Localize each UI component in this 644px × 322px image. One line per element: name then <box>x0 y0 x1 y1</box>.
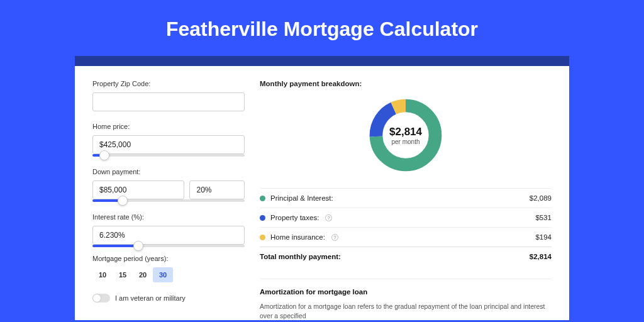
mortgage-period-group: 10 15 20 30 <box>92 267 245 282</box>
veteran-toggle-label: I am veteran or military <box>115 294 186 302</box>
breakdown-value: $194 <box>535 233 552 241</box>
home-price-label: Home price: <box>92 123 245 130</box>
payment-donut-chart: $2,814 per month <box>367 96 445 174</box>
breakdown-label: Property taxes: <box>270 214 319 221</box>
breakdown-label: Home insurance: <box>270 233 325 241</box>
slider-thumb-icon[interactable] <box>133 241 143 251</box>
info-icon[interactable]: ? <box>331 234 338 241</box>
period-option-20[interactable]: 20 <box>133 267 153 282</box>
down-payment-slider[interactable] <box>92 199 245 202</box>
mortgage-period-label: Mortgage period (years): <box>92 255 245 262</box>
period-option-30[interactable]: 30 <box>153 267 173 282</box>
toggle-knob-icon <box>93 294 101 302</box>
amortization-section: Amortization for mortgage loan Amortizat… <box>260 279 552 320</box>
period-option-10[interactable]: 10 <box>92 267 113 282</box>
info-icon[interactable]: ? <box>325 214 332 221</box>
zip-label: Property Zip Code: <box>92 80 245 87</box>
breakdown-row-total: Total monthly payment: $2,814 <box>260 247 552 266</box>
breakdown-row-taxes: Property taxes: ? $531 <box>260 208 552 227</box>
legend-dot-icon <box>260 235 265 240</box>
interest-rate-slider[interactable] <box>92 245 245 247</box>
interest-rate-input[interactable] <box>92 226 245 245</box>
home-price-input[interactable] <box>92 135 245 154</box>
slider-thumb-icon[interactable] <box>118 196 128 206</box>
home-price-slider[interactable] <box>92 154 245 157</box>
zip-input[interactable] <box>92 92 245 111</box>
form-panel: Property Zip Code: Home price: Down paym… <box>92 80 245 320</box>
breakdown-row-insurance: Home insurance: ? $194 <box>260 227 552 247</box>
amortization-title: Amortization for mortgage loan <box>260 288 552 296</box>
calculator-card: Property Zip Code: Home price: Down paym… <box>75 66 569 320</box>
donut-total-value: $2,814 <box>389 126 422 138</box>
breakdown-row-principal: Principal & Interest: $2,089 <box>260 188 552 208</box>
down-payment-label: Down payment: <box>92 168 245 175</box>
breakdown-value: $2,089 <box>530 194 552 202</box>
slider-thumb-icon[interactable] <box>99 150 109 160</box>
page-title: Featherville Mortgage Calculator <box>0 0 644 56</box>
card-backdrop: Property Zip Code: Home price: Down paym… <box>75 56 569 320</box>
legend-dot-icon <box>260 196 265 201</box>
breakdown-panel: Monthly payment breakdown: $2,814 per mo… <box>260 80 552 320</box>
breakdown-title: Monthly payment breakdown: <box>260 80 552 87</box>
veteran-toggle[interactable] <box>92 294 110 303</box>
down-payment-amount-input[interactable] <box>92 180 184 199</box>
breakdown-total-label: Total monthly payment: <box>260 253 341 260</box>
breakdown-label: Principal & Interest: <box>270 194 333 202</box>
donut-total-sub: per month <box>391 138 419 145</box>
legend-dot-icon <box>260 215 265 221</box>
amortization-text: Amortization for a mortgage loan refers … <box>260 302 552 320</box>
period-option-15[interactable]: 15 <box>113 267 133 282</box>
breakdown-total-value: $2,814 <box>530 253 552 260</box>
breakdown-value: $531 <box>535 214 552 221</box>
down-payment-pct-input[interactable] <box>189 180 245 199</box>
interest-rate-label: Interest rate (%): <box>92 213 245 221</box>
